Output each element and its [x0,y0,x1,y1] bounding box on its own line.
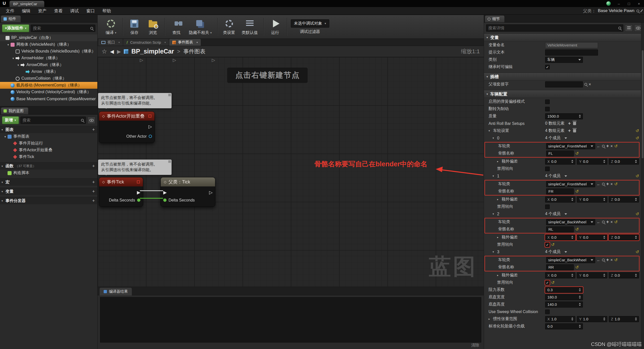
reset-to-default-icon[interactable]: ↺ [614,220,618,224]
tab-details[interactable]: 细节 [485,16,504,22]
wheel-class-dropdown[interactable]: simpleCar_BackWheel [546,219,595,225]
caret-down-icon[interactable]: ▾ [196,41,198,44]
object-out-pin[interactable] [149,135,152,138]
doc-tab-0[interactable]: 视口▾ [98,39,123,46]
axis-z-field[interactable]: Z0.0 [609,234,639,240]
number-field[interactable]: 0.0 [545,323,583,329]
spinner-icon[interactable] [635,160,637,163]
float-in-pin[interactable] [163,198,167,202]
expander-icon[interactable]: ▸ [497,274,501,277]
category-vehicle-setup[interactable]: ▾车辆配置 [484,90,641,98]
axis-x-field[interactable]: X0.0 [545,234,575,240]
spinner-icon[interactable] [579,114,581,118]
axis-y-field[interactable]: Y0.0 [577,196,607,203]
axis-z-field[interactable]: Z0.0 [609,272,639,278]
window-tab[interactable]: BP_simpleCar [10,1,44,7]
toolbar-play-button[interactable]: 运行 [266,17,285,36]
node-parent-tick[interactable]: ◇ 父类：Tick ▶ ▷ Delta Seconds [160,177,215,207]
magnifier-icon[interactable] [602,183,605,185]
add-element-icon[interactable]: + [606,219,609,225]
spinner-icon[interactable] [603,273,606,277]
nav-back-icon[interactable]: ◀ [110,48,114,55]
tab-compiler-results[interactable]: 编译器结果 [100,288,132,295]
menu-item-2[interactable]: 资产 [34,8,50,14]
search-icon[interactable] [636,10,639,12]
expander-icon[interactable]: ▸ [497,160,501,163]
clear-icon[interactable]: × [611,144,613,148]
axis-z-field[interactable]: Z0.0 [609,196,639,203]
number-field[interactable]: 180.0 [545,294,583,300]
category-sockets[interactable]: ▾插槽 [484,73,641,81]
menu-item-5[interactable]: 窗口 [83,8,99,14]
myblueprint-item-0-1[interactable]: 事件开始运行 [0,140,97,147]
menu-item-0[interactable]: 文件 [2,8,18,14]
component-tree-item-4[interactable]: ▾ArrowOffset（继承） [0,62,97,68]
reset-to-default-icon[interactable]: ↺ [636,174,639,178]
spinner-icon[interactable] [635,197,637,201]
edit-icon[interactable] [640,9,643,13]
wheel-class-dropdown[interactable]: simpleCar_FrontWheel [546,181,595,187]
expander-icon[interactable]: ▾ [489,129,492,132]
caret-down-icon[interactable] [565,137,567,139]
my-blueprint-search-input[interactable] [23,118,79,123]
magnifier-icon[interactable] [602,221,605,223]
use-selected-icon[interactable]: ← [597,220,600,224]
reset-to-default-icon[interactable]: ↺ [636,136,639,140]
axis-z-field[interactable]: Z1.0 [609,316,639,322]
breadcrumb-root[interactable]: BP_simpleCar [131,48,174,55]
bone-name-field[interactable]: RL [546,226,574,232]
expander-icon[interactable]: ▾ [6,43,10,46]
expander-icon[interactable]: ▾ [16,63,20,67]
myblueprint-section-header-1[interactable]: ▾函数（37 可覆盖）+ [0,162,97,170]
reset-to-default-icon[interactable]: ↺ [551,280,554,285]
doc-tab-2[interactable]: 事件图表▾ [169,39,201,46]
reset-to-default-icon[interactable]: ↺ [636,250,639,254]
component-tree-item-6[interactable]: CustomCollision（继承） [0,75,97,82]
checkbox[interactable] [545,205,550,209]
minimize-button[interactable]: – [614,0,624,7]
clear-icon[interactable]: × [611,182,613,186]
magnifier-icon[interactable] [584,83,587,86]
details-search-input[interactable] [488,26,617,30]
spinner-icon[interactable] [603,160,606,163]
spinner-icon[interactable] [603,197,606,201]
myblueprint-section-header-3[interactable]: ▾变量+ [0,188,97,195]
expander-icon[interactable]: ▾ [11,57,15,60]
component-tree-item-1[interactable]: ▾网格体 (VehicleMesh)（继承） [0,41,97,48]
clear-icon[interactable]: × [589,82,591,87]
close-button[interactable]: × [634,0,644,7]
axis-z-field[interactable]: Z0.0 [609,159,639,165]
spinner-icon[interactable] [571,273,574,277]
reset-to-default-icon[interactable]: ↺ [575,265,579,270]
toolbar-compile-button[interactable]: 编译▾ [102,17,120,36]
bubble-pin-icon[interactable] [168,160,171,163]
doc-tab-1[interactable]: ƒConstruction Scrip▾ [123,39,169,46]
toolbar-hide-unrelated-button[interactable]: 隐藏不相关▾ [186,17,215,36]
caret-down-icon[interactable] [591,221,593,223]
toolbar-browse-button[interactable]: 浏览 [144,17,162,36]
clear-icon[interactable]: × [611,220,613,224]
add-element-icon[interactable]: + [606,181,609,187]
checkbox[interactable] [545,167,550,171]
add-icon[interactable]: + [92,198,95,204]
reset-to-default-icon[interactable]: ↺ [636,212,639,216]
reset-to-default-icon[interactable]: ↺ [551,242,554,247]
reset-to-default-icon[interactable]: ↺ [636,128,639,133]
visibility-filter-button[interactable] [88,117,95,124]
tooltip-field[interactable] [545,49,598,56]
add-element-icon[interactable]: + [606,143,609,149]
event-graph-canvas[interactable]: ▷ ▷ ▷ 点击右键新建节点 此节点被禁用，将不会被调用。 从引脚连出引线来编译… [98,57,484,287]
exec-out-pin[interactable]: ▷ [209,190,213,195]
reset-to-default-icon[interactable]: ↺ [575,151,579,156]
spinner-icon[interactable] [571,197,574,201]
reset-to-default-icon[interactable]: ↺ [614,182,618,186]
spinner-icon[interactable] [635,235,637,239]
myblueprint-section-header-4[interactable]: ▾事件分发器+ [0,197,97,204]
caret-down-icon[interactable] [565,175,567,177]
axis-x-field[interactable]: X0.0 [545,159,575,165]
checkbox[interactable]: ✓ [545,242,550,247]
bookmark-star-icon[interactable]: ☆ [102,48,107,55]
spinner-icon[interactable] [571,160,574,163]
caret-down-icon[interactable]: ▾ [118,41,120,44]
magnifier-icon[interactable] [602,259,605,261]
